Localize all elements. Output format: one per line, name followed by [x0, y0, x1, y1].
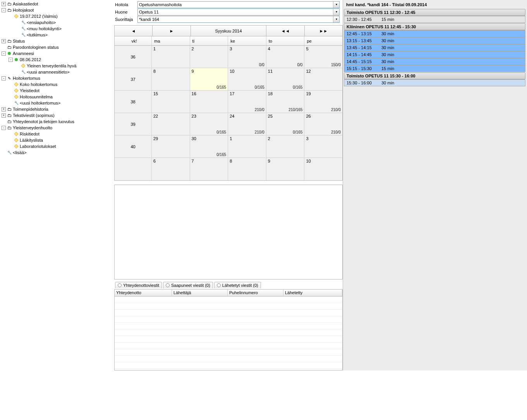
- table-row[interactable]: [115, 310, 342, 316]
- calendar-cell[interactable]: 230/165: [190, 113, 228, 135]
- tree-item[interactable]: 19.07.2012 (Valmis): [1, 13, 113, 19]
- msg-header-cell[interactable]: Puhelinnumero: [228, 290, 283, 296]
- calendar-cell[interactable]: 3: [304, 135, 342, 158]
- next-month-button[interactable]: ►: [153, 26, 191, 36]
- calendar-cell[interactable]: 300/165: [190, 135, 228, 158]
- tree-item[interactable]: +Tekstiviestit (sopimus): [1, 112, 113, 118]
- expander-icon[interactable]: +: [2, 2, 6, 6]
- tree-item[interactable]: <ensiapuhoito>: [1, 19, 113, 26]
- tab-lahetetyt[interactable]: Lähetetyt viestit (0): [214, 282, 261, 288]
- appointment-slot[interactable]: 15:15 - 15:3015 min: [344, 65, 525, 72]
- appointment-slot[interactable]: 14:45 - 15:1530 min: [344, 58, 525, 65]
- tab-saapuneet[interactable]: Saapuneet viestit (0): [163, 282, 213, 288]
- expander-icon[interactable]: -: [2, 8, 6, 12]
- tree-item[interactable]: <uusi hoitokertomus>: [1, 100, 113, 106]
- tree-item[interactable]: <lisää>: [1, 149, 113, 156]
- expander-icon[interactable]: -: [2, 51, 6, 56]
- tree-item[interactable]: <tutkimus>: [1, 32, 113, 38]
- table-row[interactable]: [115, 303, 342, 310]
- tree-item[interactable]: Yhteydenotot ja tietojen luovutus: [1, 118, 113, 125]
- table-row[interactable]: [115, 297, 342, 303]
- tree-item[interactable]: Yleinen terveydentila hyvä: [1, 63, 113, 69]
- calendar-cell[interactable]: 40/0: [266, 46, 305, 68]
- tree-item[interactable]: -Anamneesi: [1, 50, 113, 57]
- calendar-cell[interactable]: 100/165: [228, 68, 266, 90]
- calendar-cell[interactable]: 19210/0: [304, 91, 342, 113]
- msg-header-cell[interactable]: Lähettäjä: [172, 290, 228, 296]
- fast-next-button[interactable]: ►►: [305, 26, 342, 36]
- tree-item[interactable]: +Status: [1, 38, 113, 44]
- msg-header-cell[interactable]: Yhteydenotto: [115, 290, 172, 296]
- calendar-cell[interactable]: 29: [152, 135, 190, 158]
- appointment-slot[interactable]: 12:45 - 13:1530 min: [344, 30, 525, 37]
- table-row[interactable]: [115, 349, 342, 356]
- calendar-cell[interactable]: 9: [266, 158, 305, 180]
- tree-item[interactable]: Koko hoitokertomus: [1, 81, 113, 87]
- calendar-cell[interactable]: 26210/0: [304, 113, 342, 135]
- calendar-cell[interactable]: 10: [304, 158, 342, 180]
- calendar-cell[interactable]: 7: [190, 158, 228, 180]
- tree-item[interactable]: -Yleisterveydenhuolto: [1, 125, 113, 131]
- calendar-cell[interactable]: 15: [152, 91, 190, 113]
- table-row[interactable]: [115, 329, 342, 336]
- msg-header-cell[interactable]: Lähetetty: [283, 290, 342, 296]
- calendar-cell[interactable]: 8: [228, 158, 266, 180]
- expander-icon[interactable]: +: [2, 113, 6, 118]
- tree-item[interactable]: <uusi anamneesitieto>: [1, 69, 113, 75]
- suorittaja-combo[interactable]: *kandi 164 ▾: [137, 16, 340, 23]
- appointment-slot[interactable]: 13:15 - 13:4530 min: [344, 37, 525, 44]
- tab-yhteydenottoviestit[interactable]: Yhteydenottoviestit: [115, 282, 162, 288]
- appointment-slot[interactable]: 13:45 - 14:1530 min: [344, 44, 525, 51]
- tree-item[interactable]: Laboratoriotulokset: [1, 143, 113, 149]
- appointment-slot[interactable]: 14:15 - 14:4530 min: [344, 51, 525, 58]
- tree-item[interactable]: Yleistiedot: [1, 87, 113, 94]
- expander-icon[interactable]: +: [2, 39, 6, 43]
- calendar-cell[interactable]: 30/0: [228, 46, 266, 68]
- tree-item[interactable]: +Toimenpidehistoria: [1, 106, 113, 112]
- calendar-cell[interactable]: 17210/0: [228, 91, 266, 113]
- appointment-slot[interactable]: 15:30 - 16:0030 min: [344, 79, 525, 86]
- tree-item[interactable]: <muu hoitokäynti>: [1, 26, 113, 32]
- calendar-cell[interactable]: 18210/165: [266, 91, 305, 113]
- chevron-down-icon[interactable]: ▾: [333, 9, 339, 15]
- tree-item[interactable]: +Asiakastiedot: [1, 1, 113, 7]
- tree-item[interactable]: -08.06.2012: [1, 57, 113, 63]
- table-row[interactable]: [115, 362, 342, 369]
- expander-icon[interactable]: +: [2, 107, 6, 111]
- fast-prev-button[interactable]: ◄◄: [266, 26, 304, 36]
- tree-item[interactable]: -Hoitojaksot: [1, 7, 113, 13]
- prev-month-button[interactable]: ◄: [115, 26, 153, 36]
- calendar-cell[interactable]: 2: [266, 135, 305, 158]
- table-row[interactable]: [115, 316, 342, 323]
- appointment-slot[interactable]: 12:30 - 12:4515 min: [344, 16, 525, 23]
- calendar-cell[interactable]: 16: [190, 91, 228, 113]
- table-row[interactable]: [115, 336, 342, 343]
- calendar-cell[interactable]: 6: [152, 158, 190, 180]
- calendar-cell[interactable]: 5150/0: [304, 46, 342, 68]
- calendar-cell[interactable]: 110/165: [266, 68, 305, 90]
- huone-combo[interactable]: Opetus 11 ▾: [137, 9, 340, 15]
- calendar-cell[interactable]: 24210/0: [228, 113, 266, 135]
- calendar-cell[interactable]: 8: [152, 68, 190, 90]
- expander-icon[interactable]: -: [9, 58, 13, 62]
- calendar-cell[interactable]: 1: [228, 135, 266, 158]
- calendar-cell[interactable]: 1: [152, 46, 190, 68]
- calendar-cell[interactable]: 250/165: [266, 113, 305, 135]
- expander-icon[interactable]: -: [2, 76, 6, 81]
- calendar-cell[interactable]: 2: [190, 46, 228, 68]
- tree-item[interactable]: Riskitiedot: [1, 131, 113, 137]
- calendar-cell[interactable]: 12: [304, 68, 342, 90]
- chevron-down-icon[interactable]: ▾: [333, 2, 339, 8]
- tree-item[interactable]: Hoitosuunnitelma: [1, 94, 113, 100]
- tree-item[interactable]: Lääkityslista: [1, 137, 113, 143]
- calendar-cell[interactable]: 90/165: [190, 68, 228, 90]
- chevron-down-icon[interactable]: ▾: [333, 16, 339, 22]
- table-row[interactable]: [115, 323, 342, 329]
- table-row[interactable]: [115, 356, 342, 362]
- calendar-cell[interactable]: 22: [152, 113, 190, 135]
- tree-item[interactable]: -Hoitokertomus: [1, 75, 113, 81]
- table-row[interactable]: [115, 343, 342, 349]
- expander-icon[interactable]: -: [2, 126, 6, 130]
- hoitola-combo[interactable]: Opetushammashoitola ▾: [137, 1, 340, 8]
- tree-item[interactable]: Parodontologinen status: [1, 44, 113, 50]
